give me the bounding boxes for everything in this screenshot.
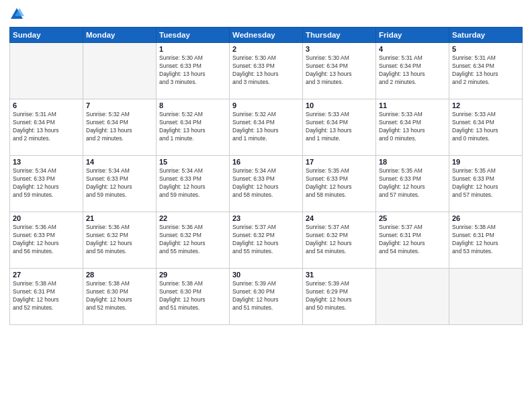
weekday-header-row: SundayMondayTuesdayWednesdayThursdayFrid… — [10, 28, 523, 43]
day-number: 12 — [452, 101, 519, 109]
logo-icon — [9, 7, 24, 21]
day-info: Sunrise: 5:38 AM Sunset: 6:30 PM Dayligh… — [86, 280, 153, 312]
day-number: 11 — [379, 101, 446, 109]
calendar-cell: 23Sunrise: 5:37 AM Sunset: 6:32 PM Dayli… — [230, 212, 303, 269]
calendar-cell: 27Sunrise: 5:38 AM Sunset: 6:31 PM Dayli… — [10, 269, 83, 325]
day-info: Sunrise: 5:39 AM Sunset: 6:29 PM Dayligh… — [306, 280, 373, 312]
calendar-cell: 4Sunrise: 5:31 AM Sunset: 6:34 PM Daylig… — [376, 43, 449, 99]
weekday-header-sunday: Sunday — [10, 28, 83, 43]
weekday-header-thursday: Thursday — [303, 28, 376, 43]
header — [9, 7, 523, 21]
day-number: 28 — [86, 271, 153, 279]
day-number: 1 — [159, 45, 226, 53]
calendar-cell: 2Sunrise: 5:30 AM Sunset: 6:33 PM Daylig… — [230, 43, 303, 99]
calendar-cell: 12Sunrise: 5:33 AM Sunset: 6:34 PM Dayli… — [449, 99, 523, 156]
calendar-cell: 17Sunrise: 5:35 AM Sunset: 6:33 PM Dayli… — [303, 156, 376, 212]
week-row-3: 13Sunrise: 5:34 AM Sunset: 6:33 PM Dayli… — [10, 156, 523, 212]
calendar-cell: 3Sunrise: 5:30 AM Sunset: 6:34 PM Daylig… — [303, 43, 376, 99]
day-number: 24 — [306, 214, 373, 222]
week-row-1: 1Sunrise: 5:30 AM Sunset: 6:33 PM Daylig… — [10, 43, 523, 99]
weekday-header-monday: Monday — [83, 28, 157, 43]
day-number: 21 — [86, 214, 153, 222]
day-info: Sunrise: 5:38 AM Sunset: 6:31 PM Dayligh… — [13, 280, 80, 312]
calendar-cell: 28Sunrise: 5:38 AM Sunset: 6:30 PM Dayli… — [83, 269, 157, 325]
day-info: Sunrise: 5:32 AM Sunset: 6:34 PM Dayligh… — [159, 111, 226, 143]
day-info: Sunrise: 5:35 AM Sunset: 6:33 PM Dayligh… — [452, 167, 519, 199]
calendar-cell: 25Sunrise: 5:37 AM Sunset: 6:31 PM Dayli… — [376, 212, 449, 269]
day-number: 29 — [159, 271, 226, 279]
weekday-header-friday: Friday — [376, 28, 449, 43]
day-info: Sunrise: 5:38 AM Sunset: 6:31 PM Dayligh… — [452, 224, 519, 256]
calendar-cell: 8Sunrise: 5:32 AM Sunset: 6:34 PM Daylig… — [157, 99, 230, 156]
day-info: Sunrise: 5:36 AM Sunset: 6:33 PM Dayligh… — [13, 224, 80, 256]
calendar-cell: 11Sunrise: 5:33 AM Sunset: 6:34 PM Dayli… — [376, 99, 449, 156]
day-number: 16 — [232, 158, 300, 166]
day-info: Sunrise: 5:31 AM Sunset: 6:34 PM Dayligh… — [379, 54, 446, 87]
day-number: 4 — [379, 45, 446, 53]
week-row-5: 27Sunrise: 5:38 AM Sunset: 6:31 PM Dayli… — [10, 269, 523, 325]
calendar-cell: 21Sunrise: 5:36 AM Sunset: 6:32 PM Dayli… — [83, 212, 157, 269]
day-info: Sunrise: 5:32 AM Sunset: 6:34 PM Dayligh… — [86, 111, 153, 143]
calendar-cell: 14Sunrise: 5:34 AM Sunset: 6:33 PM Dayli… — [83, 156, 157, 212]
calendar-cell: 24Sunrise: 5:37 AM Sunset: 6:32 PM Dayli… — [303, 212, 376, 269]
calendar-cell — [10, 43, 83, 99]
day-info: Sunrise: 5:34 AM Sunset: 6:33 PM Dayligh… — [13, 167, 80, 199]
day-number: 20 — [13, 214, 80, 222]
day-info: Sunrise: 5:31 AM Sunset: 6:34 PM Dayligh… — [452, 54, 519, 87]
day-number: 27 — [13, 271, 80, 279]
day-info: Sunrise: 5:37 AM Sunset: 6:31 PM Dayligh… — [379, 224, 446, 256]
calendar-cell: 9Sunrise: 5:32 AM Sunset: 6:34 PM Daylig… — [230, 99, 303, 156]
day-info: Sunrise: 5:35 AM Sunset: 6:33 PM Dayligh… — [306, 167, 373, 199]
calendar-cell: 19Sunrise: 5:35 AM Sunset: 6:33 PM Dayli… — [449, 156, 523, 212]
day-number: 23 — [232, 214, 300, 222]
calendar-cell — [83, 43, 157, 99]
logo — [9, 7, 26, 21]
calendar-cell: 18Sunrise: 5:35 AM Sunset: 6:33 PM Dayli… — [376, 156, 449, 212]
day-info: Sunrise: 5:34 AM Sunset: 6:33 PM Dayligh… — [86, 167, 153, 199]
day-info: Sunrise: 5:39 AM Sunset: 6:30 PM Dayligh… — [232, 280, 300, 312]
weekday-header-saturday: Saturday — [449, 28, 523, 43]
week-row-4: 20Sunrise: 5:36 AM Sunset: 6:33 PM Dayli… — [10, 212, 523, 269]
day-info: Sunrise: 5:30 AM Sunset: 6:33 PM Dayligh… — [232, 54, 300, 87]
day-info: Sunrise: 5:34 AM Sunset: 6:33 PM Dayligh… — [159, 167, 226, 199]
day-info: Sunrise: 5:35 AM Sunset: 6:33 PM Dayligh… — [379, 167, 446, 199]
calendar-cell: 22Sunrise: 5:36 AM Sunset: 6:32 PM Dayli… — [157, 212, 230, 269]
calendar-cell: 6Sunrise: 5:31 AM Sunset: 6:34 PM Daylig… — [10, 99, 83, 156]
day-number: 14 — [86, 158, 153, 166]
day-info: Sunrise: 5:32 AM Sunset: 6:34 PM Dayligh… — [232, 111, 300, 143]
calendar-cell — [376, 269, 449, 325]
day-info: Sunrise: 5:31 AM Sunset: 6:34 PM Dayligh… — [13, 111, 80, 143]
page: SundayMondayTuesdayWednesdayThursdayFrid… — [0, 0, 532, 411]
day-info: Sunrise: 5:30 AM Sunset: 6:34 PM Dayligh… — [306, 54, 373, 87]
calendar-cell: 29Sunrise: 5:38 AM Sunset: 6:30 PM Dayli… — [157, 269, 230, 325]
day-number: 9 — [232, 101, 300, 109]
weekday-header-wednesday: Wednesday — [230, 28, 303, 43]
day-info: Sunrise: 5:38 AM Sunset: 6:30 PM Dayligh… — [159, 280, 226, 312]
day-number: 22 — [159, 214, 226, 222]
day-number: 26 — [452, 214, 519, 222]
weekday-header-tuesday: Tuesday — [157, 28, 230, 43]
day-number: 30 — [232, 271, 300, 279]
calendar-cell: 20Sunrise: 5:36 AM Sunset: 6:33 PM Dayli… — [10, 212, 83, 269]
day-info: Sunrise: 5:37 AM Sunset: 6:32 PM Dayligh… — [306, 224, 373, 256]
calendar-cell: 1Sunrise: 5:30 AM Sunset: 6:33 PM Daylig… — [157, 43, 230, 99]
calendar-table: SundayMondayTuesdayWednesdayThursdayFrid… — [9, 27, 523, 325]
day-info: Sunrise: 5:33 AM Sunset: 6:34 PM Dayligh… — [306, 111, 373, 143]
week-row-2: 6Sunrise: 5:31 AM Sunset: 6:34 PM Daylig… — [10, 99, 523, 156]
calendar-cell: 13Sunrise: 5:34 AM Sunset: 6:33 PM Dayli… — [10, 156, 83, 212]
calendar-cell: 5Sunrise: 5:31 AM Sunset: 6:34 PM Daylig… — [449, 43, 523, 99]
day-number: 5 — [452, 45, 519, 53]
day-number: 2 — [232, 45, 300, 53]
day-number: 6 — [13, 101, 80, 109]
day-number: 18 — [379, 158, 446, 166]
day-number: 19 — [452, 158, 519, 166]
calendar-cell: 31Sunrise: 5:39 AM Sunset: 6:29 PM Dayli… — [303, 269, 376, 325]
calendar-cell: 30Sunrise: 5:39 AM Sunset: 6:30 PM Dayli… — [230, 269, 303, 325]
day-number: 7 — [86, 101, 153, 109]
day-info: Sunrise: 5:33 AM Sunset: 6:34 PM Dayligh… — [452, 111, 519, 143]
day-number: 31 — [306, 271, 373, 279]
day-info: Sunrise: 5:34 AM Sunset: 6:33 PM Dayligh… — [232, 167, 300, 199]
calendar-cell — [449, 269, 523, 325]
calendar-cell: 7Sunrise: 5:32 AM Sunset: 6:34 PM Daylig… — [83, 99, 157, 156]
day-number: 8 — [159, 101, 226, 109]
